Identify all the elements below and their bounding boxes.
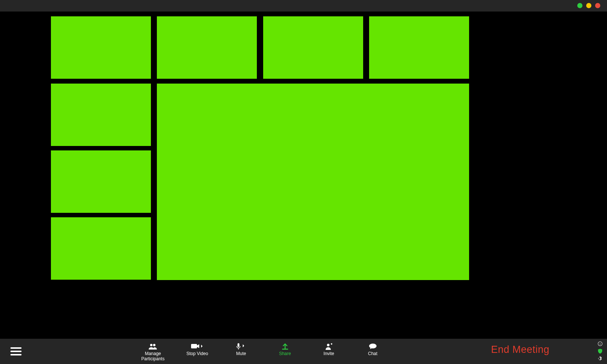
chat-icon: [369, 343, 377, 350]
participants-icon: [148, 343, 157, 350]
video-tile[interactable]: [263, 16, 363, 79]
invite-button[interactable]: Invite: [318, 343, 340, 357]
mute-button[interactable]: Mute: [230, 343, 252, 357]
bottom-bar: Manage Participants Stop Video Mute Shar…: [0, 339, 607, 364]
video-tile[interactable]: [157, 84, 469, 280]
window-minimize[interactable]: [577, 3, 582, 8]
stop-video-label: Stop Video: [186, 351, 208, 357]
svg-point-0: [150, 344, 152, 346]
invite-icon: [325, 343, 333, 350]
manage-participants-label: Manage Participants: [141, 351, 165, 362]
video-tile[interactable]: [157, 16, 257, 79]
svg-rect-2: [191, 344, 197, 348]
menu-button[interactable]: [10, 345, 22, 357]
end-meeting-button[interactable]: End Meeting: [491, 344, 549, 355]
info-icon[interactable]: [597, 341, 603, 346]
video-tile[interactable]: [51, 150, 151, 213]
video-tile[interactable]: [51, 217, 151, 280]
svg-rect-4: [238, 348, 239, 350]
svg-point-1: [153, 344, 155, 346]
manage-participants-button[interactable]: Manage Participants: [141, 343, 165, 362]
shield-icon[interactable]: [597, 348, 603, 354]
window-controls: [577, 3, 600, 8]
stop-video-button[interactable]: Stop Video: [186, 343, 209, 357]
video-tile[interactable]: [369, 16, 469, 79]
svg-rect-3: [238, 343, 239, 347]
mic-icon: [236, 343, 246, 350]
share-icon: [282, 343, 288, 350]
share-label: Share: [279, 351, 291, 357]
video-stage: [0, 12, 607, 339]
video-icon: [191, 343, 204, 350]
gear-icon[interactable]: [597, 356, 603, 361]
right-icon-column: [597, 341, 603, 361]
chat-label: Chat: [368, 351, 377, 357]
share-button[interactable]: Share: [274, 343, 296, 357]
center-controls: Manage Participants Stop Video Mute Shar…: [141, 339, 384, 364]
video-tile[interactable]: [51, 84, 151, 146]
invite-label: Invite: [323, 351, 334, 357]
window-close[interactable]: [595, 3, 600, 8]
video-tile[interactable]: [51, 16, 151, 79]
mute-label: Mute: [236, 351, 246, 357]
titlebar: [0, 0, 607, 12]
svg-point-5: [327, 344, 329, 347]
window-maximize[interactable]: [586, 3, 591, 8]
chat-button[interactable]: Chat: [362, 343, 384, 357]
